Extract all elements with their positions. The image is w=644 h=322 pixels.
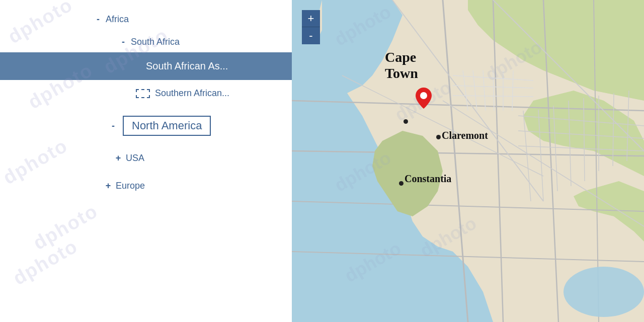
map-panel: + - CapeTown Claremont Constantia dphoto… [292, 0, 644, 322]
wm6: dphoto [10, 235, 82, 290]
wm4: dphoto [30, 200, 102, 255]
label-europe: Europe [116, 181, 145, 191]
toggle-north-america[interactable]: - [106, 121, 121, 131]
sidebar-item-europe[interactable]: + Europe [0, 176, 292, 196]
zoom-in-button[interactable]: + [302, 10, 320, 27]
label-north-america: North America [123, 116, 211, 136]
zoom-out-button[interactable]: - [302, 27, 320, 44]
svg-point-40 [420, 92, 427, 99]
label-africa: Africa [106, 14, 129, 25]
map-dot-constantia [399, 181, 404, 186]
map-dot-bay [404, 119, 408, 124]
sidebar-item-south-african-as[interactable]: South African As... [0, 52, 292, 80]
map-background [292, 0, 644, 322]
toggle-europe[interactable]: + [101, 181, 116, 191]
sidebar-item-southern-african[interactable]: Southern African... [0, 83, 292, 104]
toggle-africa[interactable]: - [91, 14, 106, 25]
map-pin [416, 88, 432, 109]
sidebar-item-usa[interactable]: + USA [0, 148, 292, 169]
label-south-africa: South Africa [131, 37, 180, 47]
label-south-african-as: South African As... [146, 60, 228, 72]
sidebar: - Africa - South Africa South African As… [0, 0, 292, 322]
svg-point-19 [564, 267, 644, 317]
label-usa: USA [126, 153, 144, 164]
toggle-usa[interactable]: + [111, 153, 126, 164]
map-dot-claremont [436, 135, 441, 139]
sidebar-item-north-america[interactable]: - North America [0, 111, 292, 141]
label-southern-african: Southern African... [155, 88, 229, 99]
sidebar-item-south-africa[interactable]: - South Africa [0, 32, 292, 52]
sidebar-item-africa[interactable]: - Africa [0, 9, 292, 30]
toggle-south-africa[interactable]: - [116, 37, 131, 47]
zoom-controls: + - [302, 10, 320, 44]
dashed-border-icon [136, 89, 150, 98]
